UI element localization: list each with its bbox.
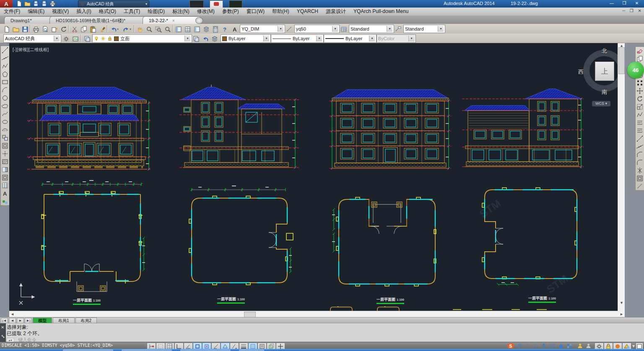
menu-view[interactable]: 视图(V): [48, 8, 73, 15]
workspace-settings-icon[interactable]: [61, 34, 71, 43]
file-tab-hd190816[interactable]: HD190816-169特色景墙(1~6#楼)*: [49, 16, 148, 24]
redo-button[interactable]: [68, 0, 75, 7]
layer-properties-icon[interactable]: [82, 34, 92, 43]
3dprint-icon[interactable]: [59, 25, 68, 34]
addsel-tool-icon[interactable]: [1, 197, 9, 205]
overlay-badge[interactable]: 46: [627, 62, 644, 78]
help-icon[interactable]: [220, 25, 229, 34]
arc-tool-icon[interactable]: [1, 86, 9, 94]
pan-icon[interactable]: [135, 25, 145, 34]
menu-parametric[interactable]: 参数(P): [218, 8, 243, 15]
tray-person-icon[interactable]: [576, 343, 584, 349]
tab-close-icon[interactable]: ×: [172, 18, 175, 23]
tab-layout2[interactable]: 布局2: [75, 317, 97, 323]
menu-yuanquan[interactable]: 源泉设计: [322, 8, 350, 15]
text-style-icon[interactable]: [230, 25, 239, 34]
menu-yqarch[interactable]: YQARCH: [293, 8, 322, 15]
ime-punct-icon[interactable]: ’,: [525, 343, 531, 349]
ime-mic-icon[interactable]: [541, 343, 547, 349]
revcloud-tool-icon[interactable]: [1, 102, 9, 110]
make-block-tool-icon[interactable]: [1, 142, 9, 150]
tray-expand-icon[interactable]: ▾: [631, 343, 636, 349]
open-icon[interactable]: [11, 25, 21, 34]
sogou-logo-icon[interactable]: S: [506, 343, 515, 349]
menu-modify[interactable]: 修改(M): [193, 8, 218, 15]
tool-palettes-icon[interactable]: [192, 25, 202, 34]
lineweight-combo[interactable]: ByLayer▾: [324, 34, 377, 43]
table-style-icon[interactable]: [339, 25, 348, 34]
plot-preview-icon[interactable]: [40, 25, 50, 34]
viewcube-south[interactable]: 南: [602, 88, 607, 96]
polygon-tool-icon[interactable]: [1, 70, 9, 78]
viewcube-top-face[interactable]: 上: [595, 62, 614, 81]
plot-icon[interactable]: [31, 25, 41, 34]
command-close-icon[interactable]: ✕: [1, 325, 4, 330]
menu-yqarch-pulldown[interactable]: YQArch Pull-down Menu: [350, 8, 412, 15]
horizontal-scroll-thumb[interactable]: [244, 312, 256, 317]
ime-emoji-icon[interactable]: ☺: [532, 343, 539, 349]
point-tool-icon[interactable]: [1, 150, 9, 157]
plot-button[interactable]: [49, 0, 56, 7]
erase-tool-icon[interactable]: [636, 47, 644, 55]
taskbar-window[interactable]: [63, 349, 113, 351]
explode-tool-icon[interactable]: [636, 166, 644, 174]
xline-tool-icon[interactable]: [1, 54, 9, 62]
horizontal-scrollbar[interactable]: ◄ ►: [9, 311, 625, 317]
workspace-selector[interactable]: AutoCAD 经典 ▾: [78, 0, 149, 8]
gradient-tool-icon[interactable]: [1, 165, 9, 173]
cut-icon[interactable]: [70, 25, 79, 34]
circle-tool-icon[interactable]: [1, 94, 9, 102]
model-space-canvas[interactable]: [-][俯视][二维线框]: [9, 43, 625, 317]
hatch-tool-icon[interactable]: [1, 157, 9, 165]
new-button[interactable]: [15, 0, 23, 7]
dim-style-combo[interactable]: yq50▾: [294, 25, 340, 33]
properties-icon[interactable]: [174, 25, 183, 34]
menu-insert[interactable]: 插入(I): [73, 8, 95, 15]
viewcube-west[interactable]: 西: [578, 68, 584, 76]
command-window-grip[interactable]: ✕ 🔧︎: [0, 323, 6, 342]
layer-prev-icon[interactable]: [200, 34, 210, 43]
tray-person2-icon[interactable]: [584, 343, 592, 349]
save-icon[interactable]: [20, 25, 30, 34]
line-tool-icon[interactable]: [1, 46, 9, 54]
menu-window[interactable]: 窗口(W): [243, 8, 268, 15]
insert-block-tool-icon[interactable]: [1, 134, 9, 142]
chamfer-tool-icon[interactable]: [636, 150, 644, 158]
move-tool-icon[interactable]: [636, 87, 644, 95]
join-tool-icon[interactable]: [636, 142, 644, 150]
publish-icon[interactable]: [49, 25, 59, 34]
match-properties-icon[interactable]: [97, 25, 107, 34]
extend-tool-icon[interactable]: [636, 126, 644, 134]
viewcube-north[interactable]: 北: [602, 47, 607, 55]
rectangle-tool-icon[interactable]: [1, 78, 9, 86]
stretch-tool-icon[interactable]: [636, 111, 644, 119]
layer-isolate-icon[interactable]: [210, 34, 219, 43]
sheetset-icon[interactable]: [201, 25, 211, 34]
color-combo[interactable]: ByLayer▾: [221, 34, 271, 43]
new-icon[interactable]: [2, 25, 11, 34]
save-button[interactable]: [32, 0, 39, 7]
ime-keyboard-icon[interactable]: [548, 343, 556, 349]
command-wrench-icon[interactable]: 🔧︎: [1, 334, 5, 339]
mleader-style-combo[interactable]: Standard▾: [403, 25, 445, 33]
command-window[interactable]: ✕ 🔧︎ 选择对象: 已提取 2 个环。 ▸▾ 键入命令: [0, 323, 644, 342]
ime-toolbox-icon[interactable]: [558, 343, 564, 349]
ellipse-tool-icon[interactable]: [1, 118, 9, 126]
mleader-style-icon[interactable]: [393, 25, 403, 34]
dim-style-icon[interactable]: [284, 25, 294, 34]
autocad-logo[interactable]: A: [0, 0, 13, 8]
linetype-combo[interactable]: ByLayer▾: [271, 34, 324, 43]
vertical-scrollbar[interactable]: ▲ ▼: [618, 43, 625, 311]
array-tool-icon[interactable]: [636, 79, 644, 87]
fillet-tool-icon[interactable]: [636, 158, 644, 166]
table-style-combo[interactable]: Standard▾: [349, 25, 394, 33]
new-tab-button[interactable]: [195, 17, 203, 24]
ime-skin-icon[interactable]: [566, 343, 573, 349]
mtext-tool-icon[interactable]: [1, 189, 9, 197]
vertical-scroll-thumb[interactable]: [618, 47, 625, 74]
quickcalc-icon[interactable]: [210, 25, 220, 34]
rotate-tool-icon[interactable]: [636, 95, 644, 103]
workspace-combo[interactable]: AutoCAD 经典▾: [3, 34, 61, 43]
command-input[interactable]: ▸▾ 键入命令: [7, 337, 640, 342]
redo-icon[interactable]: ▾: [121, 25, 133, 34]
